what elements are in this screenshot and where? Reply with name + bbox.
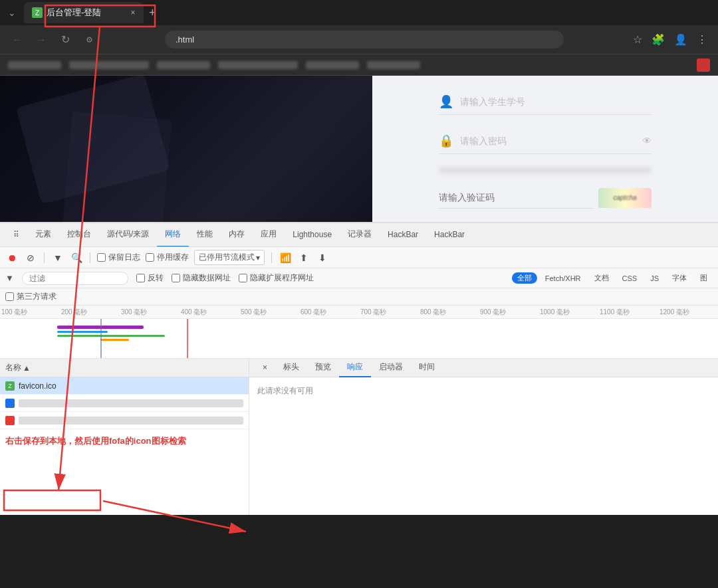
filter-input[interactable] [22,272,128,285]
throttle-select[interactable]: 已停用节流模式 ▾ [194,250,265,265]
separator-1 [44,252,45,263]
wifi-icon[interactable]: 📶 [279,251,292,264]
filter-font-button[interactable]: 字体 [667,272,692,284]
tab-elements[interactable]: 元素 [27,223,59,247]
devtools-toolbar: ⏺ ⊘ ▼ 🔍 保留日志 停用缓存 已停用节流模式 ▾ 📶 ⬆ ⬇ [0,247,718,268]
verify-captcha-image[interactable]: captcha [598,188,652,208]
table-row[interactable]: Z favicon.ico [0,377,249,395]
verify-area: captcha [439,187,652,209]
filter-all-button[interactable]: 全部 [512,272,537,284]
password-field: 🔒 👁 [439,128,652,154]
ruler-800: 800 毫秒 [419,308,479,317]
response-panel: × 标头 预览 响应 启动器 时间 [249,359,718,515]
tab-performance[interactable]: 性能 [189,223,221,247]
verify-input[interactable] [439,187,593,209]
tab-title: 后台管理-登陆 [47,7,101,19]
row-icon [5,399,15,408]
tab-hackbar1[interactable]: HackBar [380,223,426,247]
address-input[interactable] [165,31,564,49]
filter-doc-button[interactable]: 文档 [589,272,614,284]
third-party-row: 第三方请求 [0,288,718,306]
separator-3 [271,252,272,263]
preserve-log-checkbox[interactable]: 保留日志 [97,252,140,263]
upload-button[interactable]: ⬆ [297,251,310,264]
stop-button[interactable]: ⊘ [24,251,37,264]
hide-data-urls-checkbox[interactable]: 隐藏数据网址 [172,272,231,284]
address-bar: ← → ↻ ⚙ ☆ 🧩 👤 ⋮ [0,25,718,54]
tab-timing[interactable]: 时间 [411,359,443,377]
tab-preview[interactable]: 预览 [307,359,339,377]
search-button[interactable]: 🔍 [70,251,83,264]
name-header: 名称 ▲ [0,359,249,377]
download-button[interactable]: ⬇ [316,251,329,264]
third-party-checkbox[interactable]: 第三方请求 [5,291,57,302]
tab-recorder[interactable]: 记录器 [340,223,380,247]
profile-icon[interactable]: 👤 [671,31,690,49]
ruler-900: 900 毫秒 [479,308,538,317]
bookmark-2 [69,61,149,69]
filter-js-button[interactable]: JS [645,274,664,283]
bookmark-icon[interactable]: ☆ [630,31,645,49]
tab-memory[interactable]: 内存 [221,223,253,247]
bookmark-1 [8,61,61,69]
bookmark-6 [367,61,420,69]
tab-close-button[interactable]: × [128,7,138,18]
filter-button[interactable]: ▼ [51,251,64,264]
invert-checkbox[interactable]: 反转 [136,272,164,284]
table-row[interactable] [0,412,249,429]
ruler-600: 600 毫秒 [299,308,359,317]
refresh-button[interactable]: ↻ [56,31,74,49]
devtools-tab-bar: ⠿ 元素 控制台 源代码/来源 网络 性能 内存 应用 [0,223,718,247]
tab-response[interactable]: 响应 [339,359,371,377]
tab-grid[interactable]: ⠿ [5,223,27,247]
password-input[interactable] [460,136,636,146]
forward-button[interactable]: → [32,31,51,49]
favicon-icon: Z [5,381,15,391]
controls-button[interactable]: ⚙ [80,31,98,49]
ruler-1100: 1100 毫秒 [598,308,658,317]
bookmark-3 [157,61,210,69]
record-button[interactable]: ⏺ [5,251,19,264]
tab-list-arrow[interactable]: ⌄ [5,6,19,19]
tab-network[interactable]: 网络 [157,223,189,247]
new-tab-button[interactable]: + [144,5,162,21]
tab-lighthouse[interactable]: Lighthouse [285,223,340,247]
filter-xhr-button[interactable]: Fetch/XHR [540,274,586,283]
filter-type-buttons: 全部 Fetch/XHR 文档 CSS JS 字体 图 [512,272,713,284]
name-sort-button[interactable]: 名称 ▲ [5,362,31,373]
filter-css-button[interactable]: CSS [617,274,643,283]
annotation-label: 右击保存到本地，然后使用fofa的icon图标检索 [0,433,191,448]
response-tab-bar: × 标头 预览 响应 启动器 时间 [249,359,718,377]
login-button-area [439,167,652,173]
student-id-input[interactable] [460,96,652,107]
tab-headers[interactable]: 标头 [275,359,307,377]
disable-cache-checkbox[interactable]: 停用缓存 [146,252,189,263]
annotation-container: 右击保存到本地，然后使用fofa的icon图标检索 [0,429,249,450]
extensions-icon[interactable]: 🧩 [649,31,667,49]
filter-bar: ▼ 反转 隐藏数据网址 隐藏扩展程序网址 全部 Fetch/XHR 文档 CSS… [0,268,718,288]
password-toggle-icon[interactable]: 👁 [642,136,652,146]
separator-2 [90,252,90,263]
response-close-button[interactable]: × [255,359,275,377]
tab-console[interactable]: 控制台 [59,223,99,247]
tab-sources[interactable]: 源代码/来源 [99,223,157,247]
ruler-200: 200 毫秒 [60,308,120,317]
back-button[interactable]: ← [8,31,27,49]
tab-application[interactable]: 应用 [253,223,285,247]
name-list: Z favicon.ico 右击保存到本地，然后使 [0,377,249,515]
tab-initiator[interactable]: 启动器 [371,359,411,377]
tab-hackbar2[interactable]: HackBar [426,223,473,247]
menu-icon[interactable]: ⋮ [694,31,710,49]
student-id-field: 👤 [439,89,652,115]
filter-img-button[interactable]: 图 [695,272,713,284]
bookmark-bar [0,54,718,76]
active-tab[interactable]: Z 后台管理-登陆 × [24,2,144,23]
blurred-name [19,399,243,407]
tab-favicon: Z [32,7,43,18]
page-background [0,76,372,222]
name-panel: 名称 ▲ Z favicon.ico [0,359,249,515]
table-row[interactable] [0,395,249,412]
close-devtools-button[interactable] [697,58,710,72]
hide-extension-urls-checkbox[interactable]: 隐藏扩展程序网址 [239,272,314,284]
timeline-bars [0,319,718,359]
